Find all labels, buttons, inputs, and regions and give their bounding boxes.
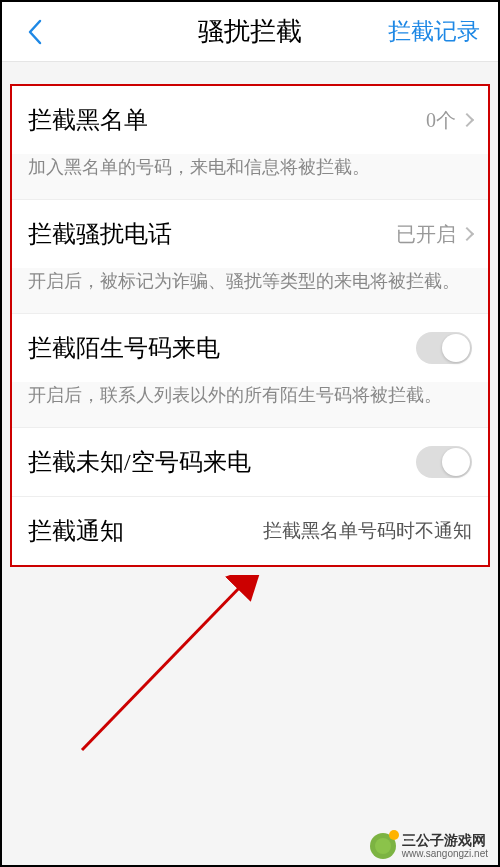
row-notify[interactable]: 拦截通知 拦截黑名单号码时不通知 — [12, 497, 488, 565]
row-label: 拦截陌生号码来电 — [28, 332, 220, 364]
app-frame: 骚扰拦截 拦截记录 拦截黑名单 0个 加入黑名单的号码，来电和信息将被拦截。 拦… — [0, 0, 500, 867]
harass-status: 已开启 — [396, 221, 456, 248]
row-harass[interactable]: 拦截骚扰电话 已开启 — [12, 200, 488, 268]
stranger-toggle[interactable] — [416, 332, 472, 364]
back-icon — [27, 19, 43, 45]
header-bar: 骚扰拦截 拦截记录 — [2, 2, 498, 62]
annotation-arrow — [62, 575, 282, 755]
row-label: 拦截通知 — [28, 515, 124, 547]
watermark-url: www.sangongzi.net — [402, 848, 488, 859]
blacklist-count: 0个 — [426, 107, 456, 134]
settings-panel: 拦截黑名单 0个 加入黑名单的号码，来电和信息将被拦截。 拦截骚扰电话 已开启 … — [10, 84, 490, 567]
header-right-link[interactable]: 拦截记录 — [388, 16, 480, 47]
chevron-right-icon — [460, 227, 474, 241]
row-unknown: 拦截未知/空号码来电 — [12, 428, 488, 496]
row-blacklist[interactable]: 拦截黑名单 0个 — [12, 86, 488, 154]
back-button[interactable] — [20, 17, 50, 47]
unknown-toggle[interactable] — [416, 446, 472, 478]
watermark: 三公子游戏网 www.sangongzi.net — [370, 833, 488, 859]
row-desc: 开启后，联系人列表以外的所有陌生号码将被拦截。 — [12, 382, 488, 428]
page-title: 骚扰拦截 — [198, 14, 302, 49]
row-desc: 开启后，被标记为诈骗、骚扰等类型的来电将被拦截。 — [12, 268, 488, 314]
row-label: 拦截骚扰电话 — [28, 218, 172, 250]
watermark-name: 三公子游戏网 — [402, 833, 488, 848]
row-label: 拦截未知/空号码来电 — [28, 446, 251, 478]
toggle-knob — [442, 448, 470, 476]
row-desc: 加入黑名单的号码，来电和信息将被拦截。 — [12, 154, 488, 200]
row-stranger: 拦截陌生号码来电 — [12, 314, 488, 382]
row-value: 已开启 — [396, 221, 472, 248]
notify-value: 拦截黑名单号码时不通知 — [263, 518, 472, 544]
svg-line-0 — [82, 585, 242, 750]
chevron-right-icon — [460, 113, 474, 127]
row-value: 0个 — [426, 107, 472, 134]
watermark-icon — [370, 833, 396, 859]
toggle-knob — [442, 334, 470, 362]
watermark-text: 三公子游戏网 www.sangongzi.net — [402, 833, 488, 859]
row-label: 拦截黑名单 — [28, 104, 148, 136]
